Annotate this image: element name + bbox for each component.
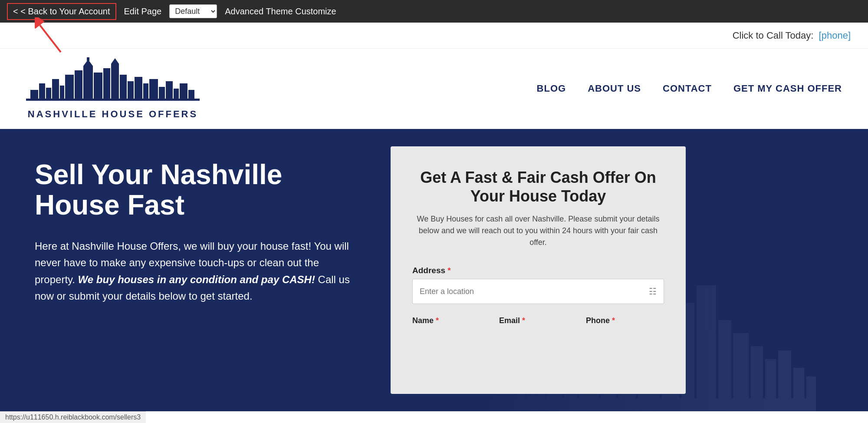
nav-contact[interactable]: CONTACT <box>663 83 712 94</box>
svg-rect-18 <box>128 81 134 99</box>
email-col: Email * <box>499 316 577 329</box>
logo-area: NASHVILLE HOUSE OFFERS <box>26 57 200 120</box>
phone-link[interactable]: [phone] <box>819 30 851 41</box>
phone-col: Phone * <box>586 316 664 329</box>
svg-marker-16 <box>111 58 119 64</box>
email-label: Email * <box>499 316 577 325</box>
logo-name: NASHVILLE HOUSE OFFERS <box>28 109 198 120</box>
status-bar: https://u111650.h.reiblackbook.com/selle… <box>0 411 146 423</box>
advanced-theme-button[interactable]: Advanced Theme Customize <box>217 4 344 19</box>
name-required-star: * <box>436 316 439 325</box>
svg-rect-10 <box>83 66 93 99</box>
location-icon: ☷ <box>649 286 657 297</box>
form-subtitle: We Buy Houses for cash all over Nashvill… <box>412 213 664 248</box>
address-input-wrapper[interactable]: ☷ <box>412 279 664 304</box>
name-email-phone-row: Name * Email * Phone * <box>412 316 664 329</box>
svg-rect-9 <box>75 70 82 99</box>
hero-headline: Sell Your Nashville House Fast <box>35 159 356 221</box>
svg-rect-15 <box>111 64 119 99</box>
address-label: Address * <box>412 266 664 275</box>
click-to-call: Click to Call Today: [phone] <box>733 30 851 41</box>
svg-rect-12 <box>87 57 89 61</box>
svg-rect-25 <box>180 83 187 99</box>
svg-rect-26 <box>188 90 194 99</box>
hero-section: Sell Your Nashville House Fast Here at N… <box>0 129 868 411</box>
svg-rect-7 <box>60 86 64 99</box>
name-col: Name * <box>412 316 490 329</box>
svg-rect-17 <box>120 75 127 99</box>
svg-rect-24 <box>174 89 179 99</box>
status-url: https://u111650.h.reiblackbook.com/selle… <box>5 413 141 421</box>
cash-offer-form-panel: Get A Fast & Fair Cash Offer On Your Hou… <box>391 146 686 394</box>
svg-rect-5 <box>46 88 51 99</box>
name-label: Name * <box>412 316 490 325</box>
svg-rect-22 <box>159 87 165 99</box>
site-header: NASHVILLE HOUSE OFFERS BLOG ABOUT US CON… <box>0 49 868 129</box>
nav-blog[interactable]: BLOG <box>537 83 566 94</box>
hero-body: Here at Nashville House Offers, we will … <box>35 238 356 305</box>
svg-rect-21 <box>149 79 158 99</box>
form-title: Get A Fast & Fair Cash Offer On Your Hou… <box>412 168 664 205</box>
hero-left: Sell Your Nashville House Fast Here at N… <box>0 129 391 411</box>
address-required-star: * <box>447 266 450 275</box>
main-nav: BLOG ABOUT US CONTACT GET MY CASH OFFER <box>537 83 842 94</box>
svg-rect-6 <box>52 79 59 99</box>
logo-skyline <box>26 57 200 107</box>
theme-select[interactable]: DefaultTheme 1Theme 2 <box>169 4 217 18</box>
admin-bar: < < Back to Your Account Edit Page Defau… <box>0 0 868 23</box>
svg-rect-23 <box>166 81 173 99</box>
address-input[interactable] <box>420 287 649 296</box>
top-header: Click to Call Today: [phone] <box>0 23 868 49</box>
phone-required-star: * <box>612 316 615 325</box>
svg-rect-19 <box>135 77 142 99</box>
svg-rect-20 <box>143 83 148 99</box>
back-to-account-button[interactable]: < < Back to Your Account <box>7 3 116 20</box>
edit-page-button[interactable]: Edit Page <box>116 4 170 19</box>
svg-rect-3 <box>30 90 38 99</box>
nav-get-cash-offer[interactable]: GET MY CASH OFFER <box>733 83 842 94</box>
email-required-star: * <box>522 316 525 325</box>
nav-about-us[interactable]: ABOUT US <box>588 83 641 94</box>
svg-rect-14 <box>103 68 110 99</box>
svg-rect-4 <box>39 83 45 99</box>
svg-rect-2 <box>26 99 200 101</box>
svg-rect-13 <box>94 73 102 99</box>
phone-label: Phone * <box>586 316 664 325</box>
svg-rect-8 <box>65 75 74 99</box>
cta-prefix: Click to Call Today: <box>733 30 814 41</box>
